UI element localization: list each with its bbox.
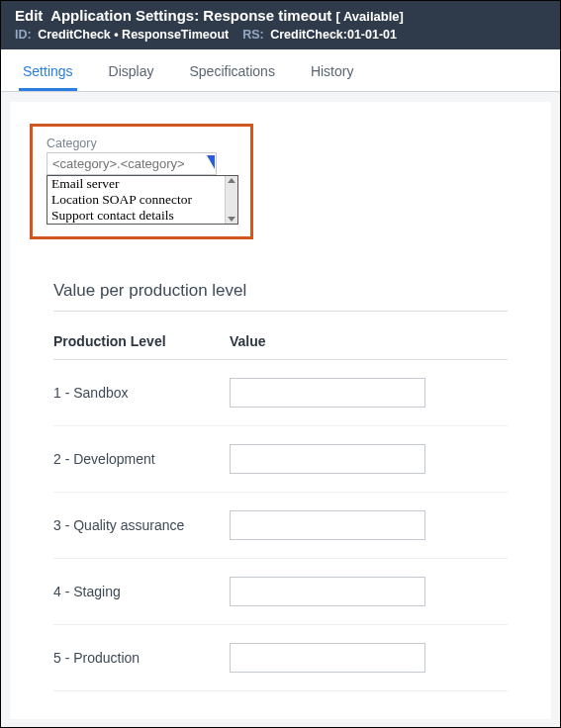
col-header-value: Value	[230, 333, 266, 349]
dropdown-arrow-icon[interactable]	[207, 155, 215, 169]
table-row: 3 - Quality assurance	[53, 493, 508, 559]
header-rs-label: RS:	[242, 28, 264, 42]
level-label: 1 - Sandbox	[53, 385, 198, 401]
category-autocomplete-list: Email server Location SOAP connector Sup…	[47, 175, 238, 225]
value-input-production[interactable]	[230, 643, 425, 673]
level-label: 5 - Production	[53, 650, 198, 666]
table-row: 5 - Production	[53, 625, 508, 691]
table-row: 1 - Sandbox	[53, 360, 508, 426]
category-input[interactable]	[47, 152, 217, 175]
tab-bar: Settings Display Specifications History	[1, 49, 560, 92]
category-option[interactable]: Support contact details	[47, 208, 237, 224]
scrollbar[interactable]	[225, 176, 237, 224]
table-row: 4 - Staging	[53, 559, 508, 625]
header-id-value: CreditCheck • ResponseTimeout	[38, 28, 229, 42]
section-title: Value per production level	[53, 281, 508, 312]
level-label: 4 - Staging	[53, 584, 198, 599]
header-availability: [ Available]	[335, 9, 403, 24]
category-label: Category	[47, 136, 236, 150]
level-label: 3 - Quality assurance	[53, 517, 198, 533]
header-edit-label: Edit	[15, 7, 43, 24]
tab-display[interactable]: Display	[105, 49, 158, 91]
value-input-sandbox[interactable]	[230, 378, 425, 408]
table-header: Production Level Value	[53, 333, 508, 360]
header-id-label: ID:	[15, 28, 32, 42]
category-highlight-box: Category Email server Location SOAP conn…	[30, 124, 253, 239]
value-input-staging[interactable]	[230, 577, 425, 606]
tab-history[interactable]: History	[307, 49, 358, 91]
tab-specifications[interactable]: Specifications	[186, 49, 279, 91]
level-label: 2 - Development	[53, 451, 198, 467]
category-option[interactable]: Location SOAP connector	[47, 192, 237, 208]
tab-settings[interactable]: Settings	[19, 49, 77, 91]
table-row: 2 - Development	[53, 426, 508, 493]
col-header-level: Production Level	[53, 333, 198, 349]
value-input-qa[interactable]	[230, 510, 425, 540]
category-option[interactable]: Email server	[47, 176, 237, 192]
header-rs-value: CreditCheck:01-01-01	[270, 28, 397, 42]
value-input-development[interactable]	[230, 444, 425, 474]
header-title: Application Settings: Response timeout	[50, 7, 331, 24]
page-header: Edit Application Settings: Response time…	[1, 1, 560, 49]
